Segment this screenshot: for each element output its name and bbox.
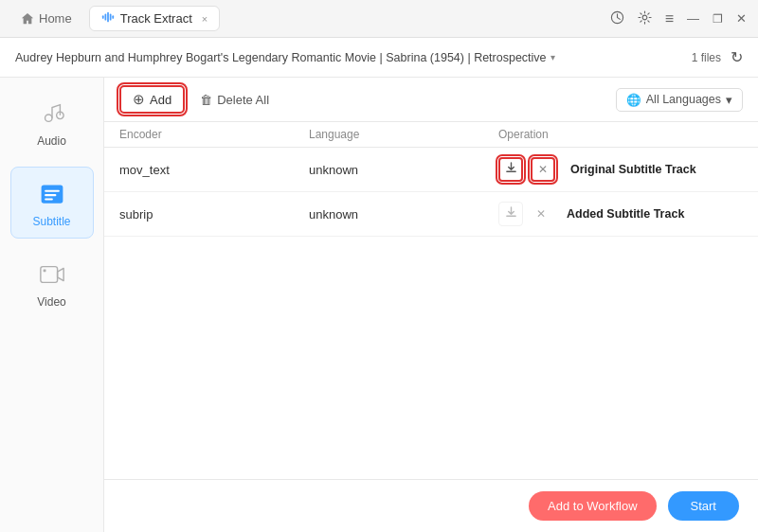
delete-icon-1: ✕ [538,163,548,176]
row-label-1: Original Subtitle Track [570,163,696,176]
track-extract-tab[interactable]: Track Extract × [89,6,221,31]
restore-icon[interactable]: ❐ [713,12,723,26]
toolbar-left: Add 🗑 Delete All [119,85,277,114]
svg-point-7 [45,115,51,121]
delete-row-button-1[interactable]: ✕ [531,157,555,182]
row-label-2: Added Subtitle Track [567,207,684,221]
history-icon[interactable] [610,10,624,27]
audio-icon [35,97,69,131]
track-table: Encoder Language Operation mov_text unkn… [104,122,758,479]
export-button[interactable] [498,157,523,182]
sidebar-video-label: Video [37,295,65,309]
svg-rect-4 [112,15,114,19]
svg-rect-0 [102,15,104,19]
globe-icon: 🌐 [626,93,641,107]
col-language: Language [309,128,498,141]
sidebar-item-audio[interactable]: Audio [10,87,94,157]
svg-rect-13 [40,267,57,283]
col-operation: Operation [498,128,743,141]
svg-rect-3 [109,14,111,21]
sidebar-subtitle-label: Subtitle [32,215,70,228]
footer-bar: Add to Workflow Start [104,479,758,532]
toolbar: Add 🗑 Delete All 🌐 All Languages ▾ [104,78,758,122]
delete-label: Delete All [217,93,269,107]
language-value: unknown [309,163,498,177]
tab-close-button[interactable]: × [202,13,208,25]
export-icon-2 [505,206,517,222]
files-count: 1 files [692,51,721,64]
trash-icon: 🗑 [200,93,212,107]
add-to-workflow-button[interactable]: Add to Workflow [529,491,656,521]
svg-rect-10 [45,190,60,192]
delete-icon-2: ✕ [536,207,546,221]
svg-rect-1 [104,14,106,21]
svg-rect-11 [45,194,56,196]
row-operations-2: ✕ Added Subtitle Track [498,202,743,226]
svg-point-6 [642,15,647,20]
col-encoder: Encoder [119,128,309,141]
sidebar-item-subtitle[interactable]: Subtitle [10,167,94,239]
encoder-value: subrip [119,207,309,222]
waveform-icon [101,10,115,27]
delete-all-button[interactable]: 🗑 Delete All [192,89,277,111]
table-row: subrip unknown ✕ Added Subtitle Track [104,192,758,237]
settings-icon[interactable] [638,10,652,27]
breadcrumb-chevron-icon: ▾ [550,52,555,62]
window-controls: ≡ — ❐ ✕ [610,10,747,27]
content-area: Add 🗑 Delete All 🌐 All Languages ▾ Encod… [104,78,758,532]
close-window-icon[interactable]: ✕ [736,11,747,26]
breadcrumb-bar: Audrey Hepburn and Humphrey Bogart's Leg… [0,38,758,78]
breadcrumb-right: 1 files [692,48,743,66]
row-operations: ✕ Original Subtitle Track [498,157,743,182]
encoder-value: mov_text [119,163,309,177]
table-header: Encoder Language Operation [104,122,758,148]
home-icon [21,12,34,26]
home-label: Home [39,11,72,26]
menu-icon[interactable]: ≡ [665,10,674,27]
delete-row-button-2[interactable]: ✕ [531,204,551,224]
refresh-icon[interactable] [731,48,743,66]
video-icon [35,257,69,292]
add-button[interactable]: Add [119,85,185,114]
export-icon [505,162,517,177]
breadcrumb[interactable]: Audrey Hepburn and Humphrey Bogart's Leg… [15,51,555,64]
svg-rect-12 [45,198,53,200]
sidebar: Audio Subtitle [0,78,104,532]
sidebar-item-video[interactable]: Video [10,248,94,318]
lang-chevron-icon: ▾ [726,93,732,107]
language-value: unknown [309,207,498,222]
svg-rect-2 [107,12,109,23]
home-tab[interactable]: Home [11,8,81,29]
add-label: Add [150,93,171,107]
minimize-icon[interactable]: — [687,11,699,26]
breadcrumb-text: Audrey Hepburn and Humphrey Bogart's Leg… [15,51,547,64]
table-row: mov_text unknown ✕ Original Subtitle Tra… [104,148,758,192]
language-filter[interactable]: 🌐 All Languages ▾ [616,88,743,112]
svg-rect-14 [43,269,45,272]
main-layout: Audio Subtitle [0,78,758,532]
sidebar-audio-label: Audio [37,134,66,148]
language-label: All Languages [646,93,721,106]
titlebar: Home Track Extract × [0,0,758,38]
subtitle-icon [35,177,69,211]
add-icon [133,91,145,108]
tab-label: Track Extract [120,11,192,26]
export-button-2[interactable] [498,202,523,226]
start-button[interactable]: Start [668,491,739,521]
